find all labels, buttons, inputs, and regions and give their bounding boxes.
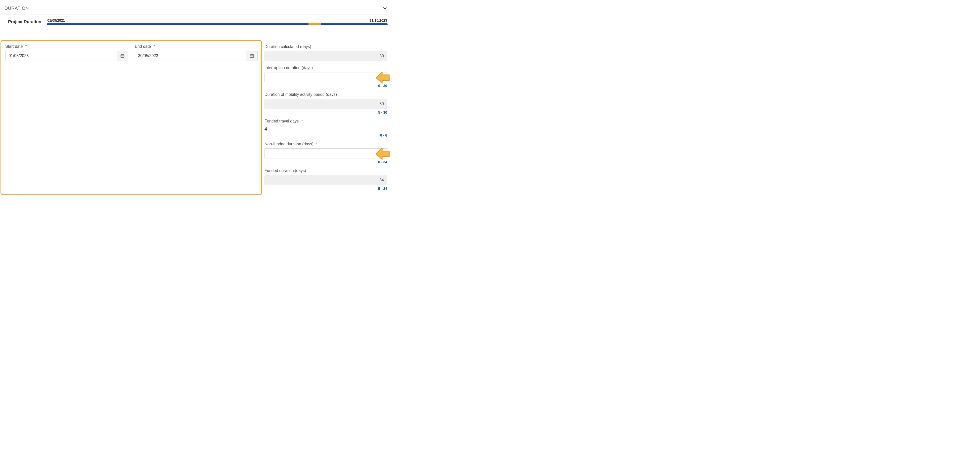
funded-travel-label: Funded travel days [264,119,299,123]
end-date-input[interactable] [135,51,246,61]
funded-duration-label: Funded duration (days) [264,169,387,173]
required-asterisk: * [316,142,318,146]
non-funded-duration-input[interactable] [264,148,387,158]
duration-calculated-label: Duration calculated (days) [264,45,387,49]
calendar-icon[interactable] [117,51,128,61]
chevron-down-icon[interactable] [382,6,388,11]
timeline-activity-marker [309,23,321,25]
project-duration-label: Project Duration [8,19,41,25]
required-asterisk: * [301,119,303,123]
start-date-input-group[interactable] [5,51,128,61]
end-date-label: End date [135,44,151,49]
date-range-highlight: Start date * [0,40,262,195]
start-date-field: Start date * [5,44,128,61]
interruption-duration-input[interactable] [264,72,387,82]
mobility-period-label: Duration of mobility activity period (da… [264,92,387,97]
funded-duration-field: Funded duration (days) 5 - 34 [264,169,387,191]
mobility-period-field: Duration of mobility activity period (da… [264,92,387,115]
section-title: DURATION [5,6,29,11]
funded-travel-value: 4 [264,126,387,132]
end-date-input-group[interactable] [135,51,258,61]
interruption-duration-label: Interruption duration (days) [264,65,387,70]
start-date-input[interactable] [6,51,117,61]
end-date-field: End date * [135,44,257,61]
duration-calculated-field: Duration calculated (days) [264,45,387,61]
non-funded-duration-hint: 0 - 34 [264,160,387,164]
funded-duration-value [264,175,387,185]
interruption-duration-hint: 0 - 30 [264,84,387,88]
project-start-date: 01/09/2021 [47,18,65,22]
funded-travel-field: Funded travel days * 4 0 - 6 [264,119,387,137]
section-header[interactable]: DURATION [5,4,388,15]
required-asterisk: * [25,44,27,49]
mobility-period-hint: 5 - 30 [264,110,387,115]
required-asterisk: * [154,44,155,49]
funded-duration-hint: 5 - 34 [264,186,387,191]
project-duration-timeline: 01/09/2021 31/10/2023 [47,18,388,25]
project-duration-row: Project Duration 01/09/2021 31/10/2023 [5,15,388,25]
duration-calculated-value [264,51,387,61]
non-funded-duration-label: Non-funded duration (days) [264,142,313,146]
interruption-duration-field: Interruption duration (days) 0 - 30 [264,65,387,88]
non-funded-duration-field: Non-funded duration (days) * 0 - 34 [264,142,387,164]
project-end-date: 31/10/2023 [369,18,387,22]
funded-travel-hint: 0 - 6 [264,133,387,137]
calendar-icon[interactable] [246,51,258,61]
mobility-period-value [264,99,387,109]
start-date-label: Start date [5,44,22,49]
